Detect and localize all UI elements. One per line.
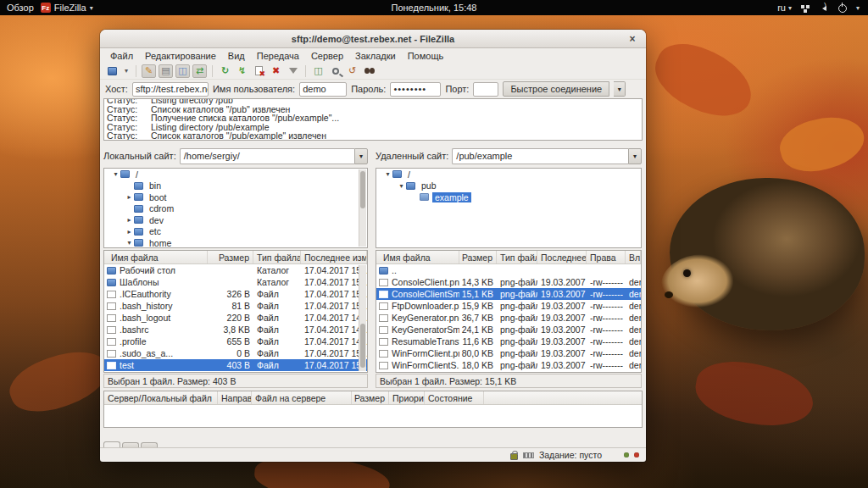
app-menu[interactable]: Fz FileZilla ▾ <box>41 3 93 13</box>
network-icon[interactable] <box>800 3 810 13</box>
chevron-down-icon[interactable]: ▾ <box>856 4 860 12</box>
expander-icon[interactable]: ▾ <box>397 182 406 190</box>
file-row[interactable]: WinFormClientS... 18,0 KB png-файл 19.03… <box>376 359 641 371</box>
file-row[interactable]: .profile 655 B Файл 17.04.2017 14:... <box>104 336 367 347</box>
refresh-icon[interactable]: ↻ <box>218 64 232 78</box>
menu-item[interactable]: Файл <box>105 50 138 62</box>
remote-path-value[interactable]: /pub/example <box>452 148 628 164</box>
synchronized-browsing-icon[interactable] <box>328 64 342 78</box>
tree-item[interactable]: cdrom <box>104 203 367 215</box>
message-log[interactable]: Статус: Listing directory /pub Статус: С… <box>103 98 643 141</box>
tree-item[interactable]: ▾ / <box>104 169 367 180</box>
file-row[interactable]: Рабочий стол Каталог 17.04.2017 15:... <box>104 264 367 276</box>
remote-file-list[interactable]: Имя файла▲ Размер Тип файла Последнее из… <box>376 250 642 373</box>
file-row[interactable]: ResumableTransf... 11,6 KB png-файл 19.0… <box>376 336 641 347</box>
menu-item[interactable]: Помощь <box>403 50 449 62</box>
quickconnect-dropdown-icon[interactable]: ▾ <box>614 81 626 97</box>
toggle-log-icon[interactable]: ✎ <box>142 64 156 78</box>
site-manager-icon[interactable] <box>105 64 120 78</box>
tree-item[interactable]: bin <box>104 180 367 192</box>
column-header-name[interactable]: Имя файла▲ <box>104 251 208 263</box>
file-row[interactable]: KeyGeneratorSm... 24,1 KB png-файл 19.03… <box>376 324 641 336</box>
process-queue-icon[interactable]: ↯ <box>235 64 249 78</box>
chevron-down-icon[interactable]: ▾ <box>628 148 642 164</box>
local-directory-tree[interactable]: ▾ / bin ▸ boot cdrom ▸ dev ▸ <box>103 168 368 248</box>
file-row[interactable]: .ICEauthority 326 B Файл 17.04.2017 15:.… <box>104 288 367 300</box>
refresh-listing-icon[interactable]: ↺ <box>345 64 359 78</box>
cancel-operation-icon[interactable]: ✖ <box>252 64 266 78</box>
tree-item[interactable]: ▸ boot <box>104 191 367 203</box>
tree-item[interactable]: example <box>376 191 641 203</box>
local-site-combo[interactable]: /home/sergiy/ ▾ <box>180 148 368 164</box>
activities-button[interactable]: Обзор <box>7 3 34 13</box>
transfer-queue[interactable]: Сервер/Локальный файлНаправлФайл на серв… <box>103 391 643 428</box>
expander-icon[interactable]: ▾ <box>383 170 392 178</box>
local-path-value[interactable]: /home/sergiy/ <box>180 148 354 164</box>
scrollbar-thumb[interactable] <box>360 171 365 208</box>
input-source-indicator[interactable]: ru ▾ <box>777 3 792 13</box>
scrollbar[interactable] <box>359 265 366 371</box>
expander-icon[interactable]: ▾ <box>125 239 134 247</box>
file-row[interactable]: KeyGenerator.png 36,7 KB png-файл 19.03.… <box>376 312 641 324</box>
username-input[interactable]: demo <box>299 82 347 97</box>
column-header-size[interactable]: Размер <box>459 251 497 263</box>
menu-item[interactable]: Закладки <box>350 50 401 62</box>
find-files-icon[interactable] <box>362 64 376 78</box>
toggle-queue-icon[interactable]: ⇄ <box>192 64 207 78</box>
power-icon[interactable] <box>837 3 848 13</box>
column-header-permissions[interactable]: Права <box>587 251 626 263</box>
tree-item[interactable]: ▸ dev <box>104 214 367 226</box>
expander-icon[interactable]: ▸ <box>125 228 134 236</box>
column-header-name[interactable]: Имя файла▲ <box>376 251 459 263</box>
menu-item[interactable]: Вид <box>223 50 250 62</box>
chevron-down-icon[interactable]: ▾ <box>354 148 368 164</box>
queue-column-header[interactable]: Состояние <box>425 391 484 404</box>
queue-column-header[interactable]: Файл на сервере <box>252 391 352 404</box>
toggle-remote-tree-icon[interactable]: ◫ <box>175 64 190 78</box>
file-row[interactable]: ConsoleClient.png 14,3 KB png-файл 19.03… <box>376 276 641 288</box>
queue-column-header[interactable]: Сервер/Локальный файл <box>104 391 218 404</box>
column-header-size[interactable]: Размер <box>208 251 253 263</box>
disconnect-icon[interactable]: ✖ <box>269 64 283 78</box>
file-row[interactable]: FtpDownloader.png 15,9 KB png-файл 19.03… <box>376 300 641 312</box>
menu-item[interactable]: Сервер <box>306 50 348 62</box>
site-manager-dropdown-icon[interactable]: ▾ <box>122 64 131 78</box>
port-input[interactable] <box>473 82 498 97</box>
close-button[interactable]: × <box>626 32 639 46</box>
column-header-type[interactable]: Тип файла <box>497 251 537 263</box>
tree-item[interactable]: ▾ pub <box>376 180 641 192</box>
volume-icon[interactable] <box>819 3 829 13</box>
column-header-type[interactable]: Тип файла <box>253 251 301 263</box>
menu-item[interactable]: Редактирование <box>140 50 221 62</box>
queue-column-header[interactable]: Размер <box>352 391 389 404</box>
file-row[interactable]: test 403 B Файл 17.04.2017 15:... <box>104 359 367 371</box>
host-input[interactable]: sftp://test.rebex.net <box>132 82 209 97</box>
remote-site-combo[interactable]: /pub/example ▾ <box>452 148 642 164</box>
tree-item[interactable]: ▾ / <box>376 169 641 180</box>
menu-item[interactable]: Передача <box>252 50 304 62</box>
column-header-modified[interactable]: Последнее изменение <box>301 251 367 263</box>
queue-tab[interactable] <box>103 441 120 447</box>
scrollbar[interactable] <box>359 169 366 247</box>
filter-icon[interactable] <box>286 64 300 78</box>
password-input[interactable]: •••••••• <box>390 82 441 97</box>
clock[interactable]: Понедельник, 15:48 <box>0 3 868 13</box>
expander-icon[interactable]: ▸ <box>125 216 134 224</box>
tree-item[interactable]: ▸ etc <box>104 226 367 238</box>
queue-column-header[interactable]: Направл <box>218 391 252 404</box>
column-header-modified[interactable]: Последнее изм <box>537 251 587 263</box>
file-row[interactable]: .bash_logout 220 B Файл 17.04.2017 14:..… <box>104 312 367 324</box>
file-row[interactable]: .bashrc 3,8 KB Файл 17.04.2017 14:... <box>104 324 367 336</box>
toggle-local-tree-icon[interactable]: ▤ <box>159 64 173 78</box>
quickconnect-button[interactable]: Быстрое соединение <box>503 81 609 97</box>
window-titlebar[interactable]: sftp://demo@test.rebex.net - FileZilla × <box>100 30 646 48</box>
expander-icon[interactable]: ▾ <box>111 170 120 178</box>
directory-comparison-icon[interactable]: ◫ <box>311 64 326 78</box>
file-row[interactable]: WinFormClient.png 80,0 KB png-файл 19.03… <box>376 347 641 359</box>
file-row[interactable]: .bash_history 81 B Файл 17.04.2017 15:..… <box>104 300 367 312</box>
file-row[interactable]: .sudo_as_a... 0 B Файл 17.04.2017 15:... <box>104 347 367 359</box>
file-row[interactable]: .. <box>376 264 641 276</box>
column-header-owner[interactable]: Владелец/Группа <box>626 251 641 263</box>
tree-item[interactable]: ▾ home <box>104 237 367 248</box>
remote-directory-tree[interactable]: ▾ / ▾ pub example <box>376 168 642 248</box>
